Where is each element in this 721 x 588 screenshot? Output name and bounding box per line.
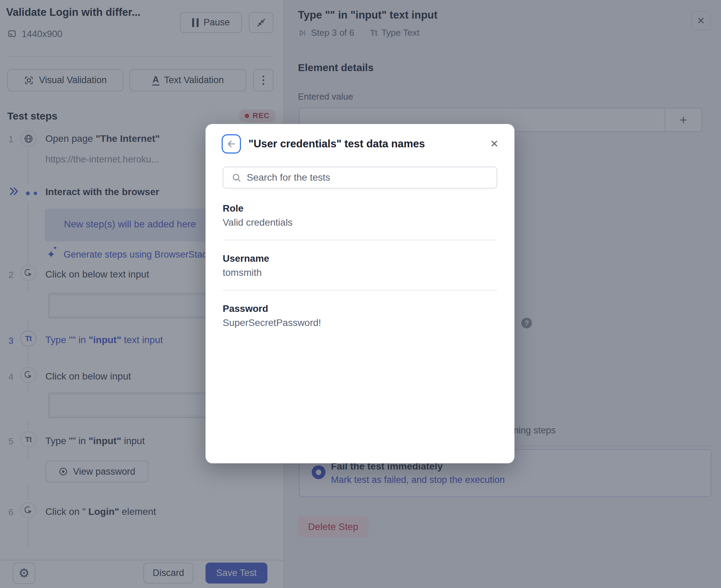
- test-data-value: Valid credentials: [223, 217, 497, 228]
- test-data-list: Role Valid credentials Username tomsmith…: [223, 203, 497, 340]
- search-icon: [232, 173, 241, 182]
- recorder-window: Validate Login with differ... Pause 1440…: [0, 0, 721, 588]
- test-data-names-modal: "User credentials" test data names ✕ Rol…: [206, 124, 514, 463]
- test-data-item-username[interactable]: Username tomsmith: [223, 253, 497, 291]
- modal-header: "User credentials" test data names ✕: [206, 124, 514, 154]
- search-input[interactable]: [247, 172, 488, 183]
- test-data-item-password[interactable]: Password SuperSecretPassword!: [223, 303, 497, 340]
- test-data-label: Username: [223, 253, 497, 264]
- modal-close-button[interactable]: ✕: [490, 139, 499, 149]
- modal-search: [223, 167, 497, 189]
- close-icon: ✕: [490, 138, 499, 149]
- test-data-label: Role: [223, 203, 497, 214]
- modal-title: "User credentials" test data names: [248, 138, 425, 150]
- test-data-item-role[interactable]: Role Valid credentials: [223, 203, 497, 240]
- test-data-value: SuperSecretPassword!: [223, 317, 497, 328]
- back-arrow-icon: [226, 138, 237, 149]
- back-button[interactable]: [222, 134, 241, 154]
- test-data-value: tomsmith: [223, 267, 497, 278]
- test-data-label: Password: [223, 303, 497, 314]
